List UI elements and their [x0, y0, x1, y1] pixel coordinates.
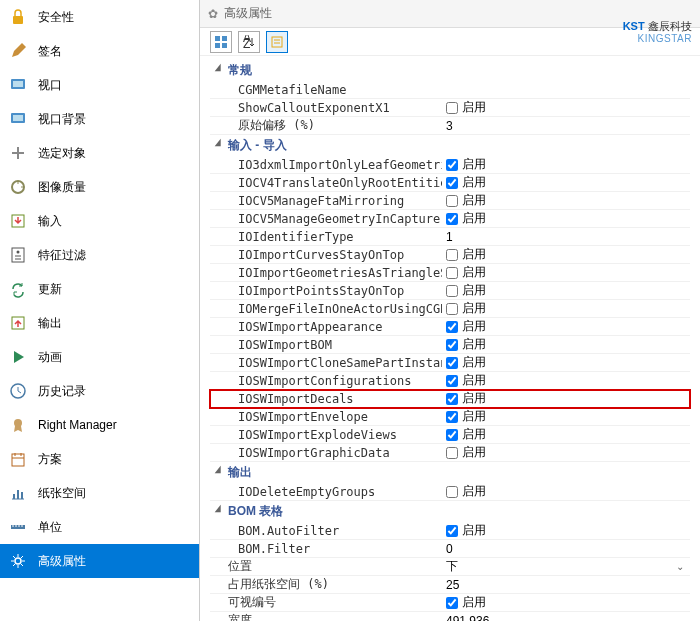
enable-checkbox[interactable]	[446, 102, 458, 114]
property-pages-button[interactable]	[266, 31, 288, 53]
property-row[interactable]: IOSWImportCloneSamePartInstances启用	[210, 354, 690, 372]
sidebar-item-history[interactable]: 历史记录	[0, 374, 199, 408]
property-value[interactable]: 启用	[442, 336, 690, 353]
enable-checkbox[interactable]	[446, 375, 458, 387]
sidebar-item-security[interactable]: 安全性	[0, 0, 199, 34]
property-row[interactable]: IOCV4TranslateOnlyRootEntities启用	[210, 174, 690, 192]
sidebar-item-input[interactable]: 输入	[0, 204, 199, 238]
property-row[interactable]: 占用纸张空间 (%)25	[210, 576, 690, 594]
property-value[interactable]: 启用	[442, 282, 690, 299]
property-value[interactable]: 启用	[442, 354, 690, 371]
enable-checkbox[interactable]	[446, 195, 458, 207]
property-row[interactable]: IOImportPointsStayOnTop启用	[210, 282, 690, 300]
property-row[interactable]: IOImportGeometriesAsTriangleStripSet启用	[210, 264, 690, 282]
property-row[interactable]: IOCV5ManageGeometryInCapture启用	[210, 210, 690, 228]
sidebar-item-right-manager[interactable]: Right Manager	[0, 408, 199, 442]
sidebar-item-scheme[interactable]: 方案	[0, 442, 199, 476]
enable-checkbox[interactable]	[446, 411, 458, 423]
property-row[interactable]: BOM.Filter0	[210, 540, 690, 558]
property-value[interactable]: 启用	[442, 99, 690, 116]
property-value[interactable]: 启用	[442, 483, 690, 500]
cat-import[interactable]: 输入 - 导入	[210, 135, 690, 156]
enable-checkbox[interactable]	[446, 429, 458, 441]
property-row[interactable]: IO3dxmlImportOnlyLeafGeometries启用	[210, 156, 690, 174]
alphabetical-button[interactable]: AZ	[238, 31, 260, 53]
cat-output[interactable]: 输出	[210, 462, 690, 483]
sidebar-item-paper-space[interactable]: 纸张空间	[0, 476, 199, 510]
property-value[interactable]: 启用	[442, 210, 690, 227]
property-value[interactable]: 启用	[442, 390, 690, 407]
sidebar-item-selected[interactable]: 选定对象	[0, 136, 199, 170]
sidebar-item-signature[interactable]: 签名	[0, 34, 199, 68]
property-row[interactable]: IOSWImportBOM启用	[210, 336, 690, 354]
property-value[interactable]: 启用	[442, 318, 690, 335]
enable-checkbox[interactable]	[446, 303, 458, 315]
sidebar-item-advanced[interactable]: 高级属性	[0, 544, 199, 578]
property-grid[interactable]: 常规CGMMetafileNameShowCalloutExponentX1启用…	[200, 56, 700, 621]
property-value[interactable]: 启用	[442, 246, 690, 263]
sidebar-item-animation[interactable]: 动画	[0, 340, 199, 374]
property-row[interactable]: IOSWImportDecals启用	[210, 390, 690, 408]
property-value[interactable]: 启用	[442, 174, 690, 191]
sidebar-item-update[interactable]: 更新	[0, 272, 199, 306]
enable-checkbox[interactable]	[446, 597, 458, 609]
property-row[interactable]: IOImportCurvesStayOnTop启用	[210, 246, 690, 264]
property-value[interactable]: 1	[442, 230, 690, 244]
property-row[interactable]: IOSWImportAppearance启用	[210, 318, 690, 336]
property-row[interactable]: IOMergeFileInOneActorUsingCGR启用	[210, 300, 690, 318]
enable-checkbox[interactable]	[446, 213, 458, 225]
property-value[interactable]: 下	[442, 558, 690, 575]
enable-checkbox[interactable]	[446, 447, 458, 459]
property-row[interactable]: IODeleteEmptyGroups启用	[210, 483, 690, 501]
property-row[interactable]: 位置下	[210, 558, 690, 576]
enable-checkbox[interactable]	[446, 393, 458, 405]
sidebar-item-units[interactable]: 单位	[0, 510, 199, 544]
property-value[interactable]: 启用	[442, 444, 690, 461]
categorized-button[interactable]	[210, 31, 232, 53]
property-row[interactable]: 宽度491.936	[210, 612, 690, 621]
property-row[interactable]: 可视编号启用	[210, 594, 690, 612]
sidebar-item-output[interactable]: 输出	[0, 306, 199, 340]
property-value[interactable]: 启用	[442, 372, 690, 389]
enable-label: 启用	[462, 444, 486, 461]
property-value[interactable]: 启用	[442, 426, 690, 443]
property-value[interactable]: 491.936	[442, 614, 690, 622]
enable-checkbox[interactable]	[446, 249, 458, 261]
sidebar-item-image-quality[interactable]: 图像质量	[0, 170, 199, 204]
sidebar-item-viewport[interactable]: 视口	[0, 68, 199, 102]
enable-checkbox[interactable]	[446, 525, 458, 537]
enable-checkbox[interactable]	[446, 285, 458, 297]
enable-checkbox[interactable]	[446, 267, 458, 279]
sidebar-item-viewport-bg[interactable]: 视口背景	[0, 102, 199, 136]
property-row[interactable]: IOIdentifierType1	[210, 228, 690, 246]
property-row[interactable]: IOSWImportGraphicData启用	[210, 444, 690, 462]
dropdown[interactable]: 下	[446, 558, 690, 575]
property-value[interactable]: 启用	[442, 300, 690, 317]
sidebar-item-filter[interactable]: 特征过滤	[0, 238, 199, 272]
enable-checkbox[interactable]	[446, 177, 458, 189]
property-row[interactable]: IOSWImportExplodeViews启用	[210, 426, 690, 444]
cat-general[interactable]: 常规	[210, 60, 690, 81]
property-row[interactable]: CGMMetafileName	[210, 81, 690, 99]
property-row[interactable]: ShowCalloutExponentX1启用	[210, 99, 690, 117]
property-row[interactable]: IOCV5ManageFtaMirroring启用	[210, 192, 690, 210]
property-row[interactable]: BOM.AutoFilter启用	[210, 522, 690, 540]
enable-checkbox[interactable]	[446, 357, 458, 369]
property-value[interactable]: 启用	[442, 192, 690, 209]
property-row[interactable]: IOSWImportEnvelope启用	[210, 408, 690, 426]
property-value[interactable]: 0	[442, 542, 690, 556]
property-value[interactable]: 启用	[442, 408, 690, 425]
enable-checkbox[interactable]	[446, 321, 458, 333]
cat-bom[interactable]: BOM 表格	[210, 501, 690, 522]
property-row[interactable]: 原始偏移 (%)3	[210, 117, 690, 135]
property-value[interactable]: 启用	[442, 522, 690, 539]
enable-checkbox[interactable]	[446, 339, 458, 351]
property-row[interactable]: IOSWImportConfigurations启用	[210, 372, 690, 390]
property-value[interactable]: 3	[442, 119, 690, 133]
property-value[interactable]: 25	[442, 578, 690, 592]
enable-checkbox[interactable]	[446, 486, 458, 498]
enable-checkbox[interactable]	[446, 159, 458, 171]
property-value[interactable]: 启用	[442, 264, 690, 281]
property-value[interactable]: 启用	[442, 594, 690, 611]
property-value[interactable]: 启用	[442, 156, 690, 173]
